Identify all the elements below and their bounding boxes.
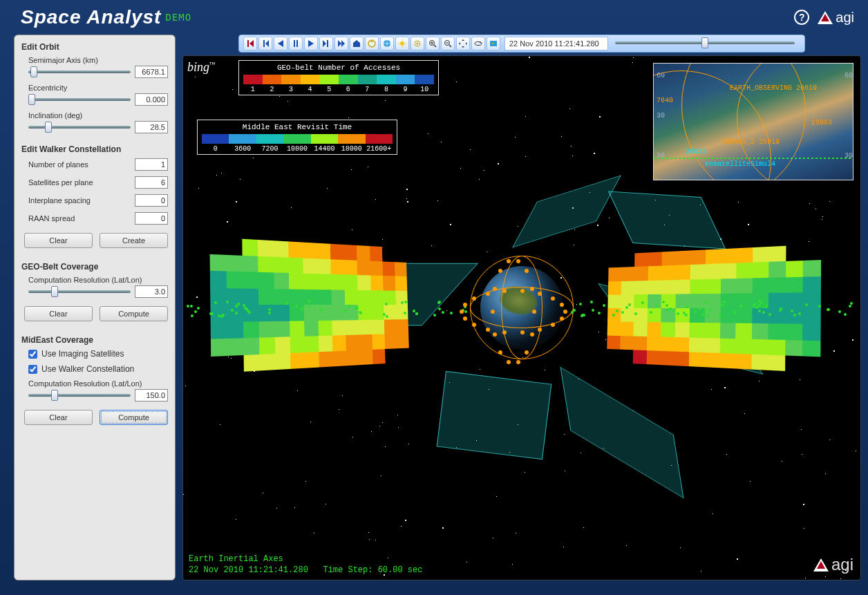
semimajor-slider[interactable]	[28, 70, 131, 73]
mideast-res-label: Computation Resolution (Lat/Lon)	[28, 379, 168, 388]
svg-line-14	[449, 45, 451, 47]
skip-end-icon[interactable]	[334, 37, 348, 50]
walker-planes-value[interactable]: 1	[135, 158, 168, 171]
walker-planes-label: Number of planes	[28, 160, 88, 169]
svg-point-2	[400, 41, 404, 46]
mideast-title: MidEast Coverage	[21, 335, 168, 345]
walker-sats-value[interactable]: 6	[135, 176, 168, 189]
agi-triangle-icon	[818, 11, 833, 24]
mideast-compute-button[interactable]: Compute	[100, 410, 168, 425]
target-icon[interactable]	[411, 37, 424, 50]
north-up-icon[interactable]	[365, 37, 379, 50]
zoom-in-icon[interactable]	[426, 37, 440, 50]
eccentricity-label: Eccentricity	[28, 84, 168, 92]
step-back-icon[interactable]	[258, 37, 272, 50]
walker-create-button[interactable]: Create	[100, 233, 168, 248]
walker-raan-value[interactable]: 0	[135, 212, 168, 225]
use-imaging-checkbox[interactable]	[28, 350, 37, 359]
coverage-heatmap-right	[607, 244, 821, 372]
agi-watermark: agi	[813, 555, 853, 574]
use-imaging-label: Use Imaging Satellites	[41, 349, 124, 359]
geo-res-label: Computation Resolution (Lat/Lon)	[28, 276, 168, 284]
svg-line-10	[434, 45, 436, 47]
walker-raan-label: RAAN spread	[28, 214, 75, 223]
mideast-res-slider[interactable]	[28, 394, 131, 397]
sensor-beam	[560, 367, 683, 499]
app-header: Space Analyst DEMO ? agi	[0, 0, 868, 35]
sun-icon[interactable]	[395, 37, 409, 50]
sensor-beam	[608, 191, 726, 249]
status-step: Time Step: 60.00 sec	[323, 565, 422, 575]
semimajor-value[interactable]: 6678.1	[135, 66, 168, 78]
home-view-icon[interactable]	[350, 37, 364, 50]
zoom-out-icon[interactable]	[441, 37, 455, 50]
eccentricity-value[interactable]: 0.000	[135, 93, 168, 106]
map-2d-icon[interactable]	[487, 37, 500, 50]
walker-interplane-label: Interplane spacing	[28, 196, 91, 205]
status-time: 22 Nov 2010 11:21:41.280	[189, 565, 308, 575]
walker-sats-label: Satellites per plane	[28, 178, 93, 187]
semimajor-label: Semimajor Axis (km)	[28, 56, 168, 64]
edit-orbit-title: Edit Orbit	[21, 42, 168, 52]
play-forward-icon[interactable]	[304, 37, 318, 50]
svg-point-8	[417, 43, 419, 45]
use-walker-checkbox[interactable]	[28, 365, 37, 374]
walker-clear-button[interactable]: Clear	[24, 233, 93, 248]
geo-res-value[interactable]: 3.0	[135, 285, 168, 298]
agi-logo[interactable]: agi	[818, 10, 854, 26]
sensor-beam	[437, 371, 552, 460]
orbit-mode-icon[interactable]	[471, 37, 485, 50]
help-icon[interactable]: ?	[794, 10, 809, 25]
globe-3d-viewer[interactable]: bing™ GEO-belt Number of Accesses 123456…	[182, 55, 861, 580]
agi-logo-text: agi	[836, 10, 854, 26]
inclination-label: Inclination (deg)	[28, 111, 168, 120]
animation-toolbar: 22 Nov 2010 11:21:41.280	[238, 35, 805, 53]
sensor-beam	[512, 176, 621, 248]
walker-title: Edit Walker Constellation	[21, 144, 168, 154]
use-walker-label: Use Walker Constellation	[41, 364, 134, 374]
pause-icon[interactable]	[289, 37, 303, 50]
svg-point-17	[480, 42, 481, 44]
inclination-slider[interactable]	[28, 126, 131, 129]
geo-belt-satellites	[183, 308, 860, 308]
time-display[interactable]: 22 Nov 2010 11:21:41.280	[504, 37, 608, 50]
viewer-status: Earth Inertial Axes 22 Nov 2010 11:21:41…	[189, 554, 422, 576]
globe-icon[interactable]	[380, 37, 394, 50]
eccentricity-slider[interactable]	[28, 98, 131, 101]
geo-clear-button[interactable]: Clear	[24, 306, 93, 321]
mideast-res-value[interactable]: 150.0	[135, 389, 168, 402]
geo-compute-button[interactable]: Compute	[100, 306, 168, 321]
scene-3d	[183, 56, 860, 580]
svg-rect-19	[491, 42, 494, 44]
step-forward-icon[interactable]	[319, 37, 333, 50]
pan-icon[interactable]	[456, 37, 470, 50]
agi-triangle-icon	[813, 558, 829, 572]
app-demo-badge: DEMO	[165, 12, 191, 23]
status-axes: Earth Inertial Axes	[189, 554, 422, 565]
geo-res-slider[interactable]	[28, 290, 131, 293]
app-title: Space Analyst	[21, 6, 161, 28]
inclination-value[interactable]: 28.5	[135, 121, 168, 133]
time-slider[interactable]	[615, 41, 795, 46]
mideast-clear-button[interactable]: Clear	[24, 410, 93, 425]
skip-start-icon[interactable]	[243, 37, 257, 50]
play-reverse-icon[interactable]	[274, 37, 287, 50]
sidebar-panel: Edit Orbit Semimajor Axis (km) 6678.1 Ec…	[14, 35, 176, 580]
geo-title: GEO-Belt Coverage	[21, 262, 168, 272]
walker-interplane-value[interactable]: 0	[135, 194, 168, 207]
